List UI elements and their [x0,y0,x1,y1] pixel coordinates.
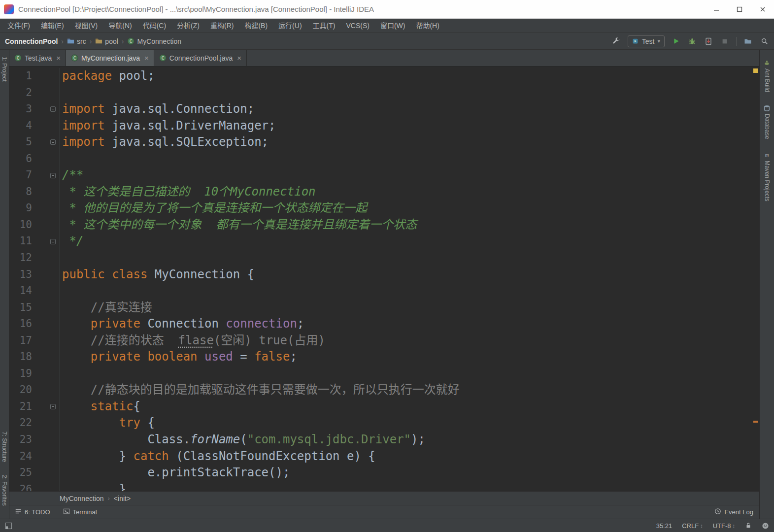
close-button[interactable] [751,0,774,18]
editor-tab-connectionpool-java[interactable]: CConnectionPool.java× [154,50,247,66]
line-number[interactable]: 17 [9,332,32,349]
line-number[interactable]: 22 [9,415,32,432]
code-line[interactable]: 12 [9,250,759,266]
line-number[interactable]: 25 [9,465,32,481]
run-with-coverage-button[interactable] [704,36,713,46]
code-line[interactable]: 21 static{ [9,399,759,415]
code-line[interactable]: 24 } catch (ClassNotFoundException e) { [9,448,759,465]
code-line[interactable]: 9 * 他的目的是为了将一个真是连接和一个状态绑定在一起 [9,200,759,217]
breadcrumb-class[interactable]: MyConnection [60,495,104,502]
line-number[interactable]: 24 [9,448,32,465]
debug-button[interactable] [687,36,697,46]
line-number[interactable]: 8 [9,184,32,200]
code-line[interactable]: 2 [9,85,759,101]
project-folder-button[interactable] [743,36,753,46]
menu-item-6[interactable]: 重构(R) [205,19,239,33]
toolwindow-button-event-log[interactable]: Event Log [714,508,753,516]
menu-item-1[interactable]: 编辑(E) [35,19,69,33]
line-number[interactable]: 4 [9,118,32,134]
code-line[interactable]: 14 [9,283,759,299]
code-line[interactable]: 13public class MyConnection { [9,266,759,283]
code-line[interactable]: 20 //静态块的目的是加载驱动这件事只需要做一次，所以只执行一次就好 [9,382,759,399]
breadcrumb-connectionpool[interactable]: ConnectionPool [5,37,58,45]
typo-warning-mark[interactable] [753,421,758,423]
line-number[interactable]: 23 [9,432,32,448]
menu-item-11[interactable]: 窗口(W) [375,19,411,33]
code-line[interactable]: 6 [9,151,759,167]
code-line[interactable]: 23 Class.forName("com.mysql.jdbc.Driver"… [9,432,759,448]
toolwindow-button-2-favorites[interactable]: 2: Favorites [1,475,8,506]
line-number[interactable]: 21 [9,399,32,415]
code-line[interactable]: 26 } [9,481,759,491]
toolwindow-button-database[interactable]: Database [764,105,771,139]
menu-item-5[interactable]: 分析(Z) [171,19,205,33]
lock-icon[interactable] [745,522,752,529]
menu-item-0[interactable]: 文件(F) [2,19,35,33]
run-button[interactable] [671,36,681,46]
code-line[interactable]: 18 private boolean used = false; [9,349,759,366]
breadcrumb-src[interactable]: src [67,37,86,45]
line-number[interactable]: 26 [9,481,32,491]
analysis-status-mark[interactable] [753,68,758,73]
line-number[interactable]: 9 [9,200,32,217]
menu-item-2[interactable]: 视图(V) [69,19,103,33]
line-number[interactable]: 20 [9,382,32,399]
run-configuration-select[interactable]: Test ▾ [628,35,665,47]
code-line[interactable]: 7/** [9,167,759,184]
stop-button[interactable] [720,36,730,46]
line-number[interactable]: 3 [9,101,32,118]
toolwindow-button-1-project[interactable]: 1: Project [1,57,8,82]
line-number[interactable]: 1 [9,68,32,85]
code-editor[interactable]: 1package pool;23import java.sql.Connecti… [9,66,759,491]
line-number[interactable]: 16 [9,316,32,332]
menu-item-7[interactable]: 构建(B) [239,19,273,33]
code-line[interactable]: 19 [9,366,759,382]
code-line[interactable]: 15 //真实连接 [9,299,759,316]
close-tab-icon[interactable]: × [56,54,61,62]
line-number[interactable]: 13 [9,266,32,283]
search-everywhere-button[interactable] [759,36,769,46]
line-number[interactable]: 2 [9,85,32,101]
menu-item-8[interactable]: 运行(U) [273,19,307,33]
build-project-button[interactable] [611,36,621,46]
toolwindow-button-ant-build[interactable]: Ant Build [764,60,771,92]
breadcrumb-member[interactable]: <init> [114,495,131,502]
breadcrumb-myconnection[interactable]: CMyConnection [127,37,181,45]
close-tab-icon[interactable]: × [144,54,149,62]
toolwindow-button-terminal[interactable]: Terminal [63,508,97,516]
code-line[interactable]: 22 try { [9,415,759,432]
menu-item-4[interactable]: 代码(C) [137,19,171,33]
toolwindow-button-maven-projects[interactable]: mMaven Projects [764,152,771,201]
breadcrumb-pool[interactable]: pool [95,37,118,45]
fold-start-icon[interactable] [50,173,56,178]
menu-item-10[interactable]: VCS(S) [340,19,374,33]
menu-item-9[interactable]: 工具(T) [307,19,341,33]
toolwindow-toggle-icon[interactable] [5,522,12,530]
code-line[interactable]: 16 private Connection connection; [9,316,759,332]
code-line[interactable]: 25 e.printStackTrace(); [9,465,759,481]
line-number[interactable]: 18 [9,349,32,366]
encoding-select[interactable]: UTF-8 ↕ [713,522,735,530]
close-tab-icon[interactable]: × [237,54,241,62]
menu-item-12[interactable]: 帮助(H) [410,19,444,33]
fold-start-icon[interactable] [50,404,56,409]
line-number[interactable]: 6 [9,151,32,167]
menu-item-3[interactable]: 导航(N) [103,19,137,33]
line-separator-select[interactable]: CRLF ↕ [682,522,703,530]
line-number[interactable]: 14 [9,283,32,299]
line-number[interactable]: 15 [9,299,32,316]
code-line[interactable]: 11 */ [9,233,759,250]
toolwindow-button-7-structure[interactable]: 7: Structure [1,432,8,462]
fold-start-icon[interactable] [50,106,56,112]
code-line[interactable]: 10 * 这个类中的每一个对象 都有一个真是连接并且绑定着一个状态 [9,217,759,233]
toolwindow-button-6-todo[interactable]: 6: TODO [15,508,50,516]
code-area[interactable]: 1package pool;23import java.sql.Connecti… [9,66,759,491]
editor-tab-myconnection-java[interactable]: CMyConnection.java× [66,50,154,66]
fold-end-icon[interactable] [50,139,56,145]
line-number[interactable]: 5 [9,134,32,151]
line-number[interactable]: 7 [9,167,32,184]
code-line[interactable]: 1package pool; [9,68,759,85]
code-line[interactable]: 5import java.sql.SQLException; [9,134,759,151]
maximize-button[interactable] [728,0,751,18]
line-number[interactable]: 11 [9,233,32,250]
